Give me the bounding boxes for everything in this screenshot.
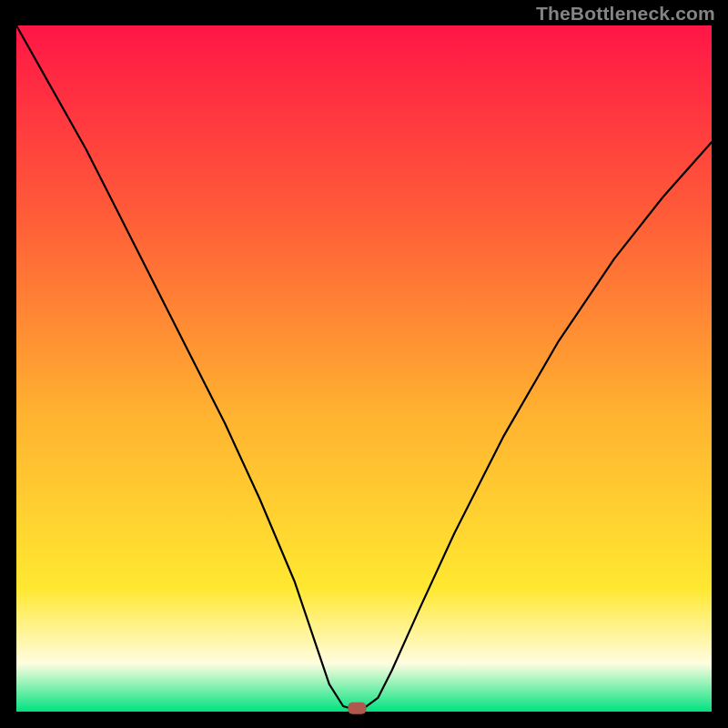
chart-svg	[0, 0, 728, 728]
plot-background	[16, 25, 712, 712]
attribution-text: TheBottleneck.com	[536, 3, 715, 25]
chart-stage: TheBottleneck.com	[0, 0, 728, 728]
match-marker	[348, 703, 366, 714]
